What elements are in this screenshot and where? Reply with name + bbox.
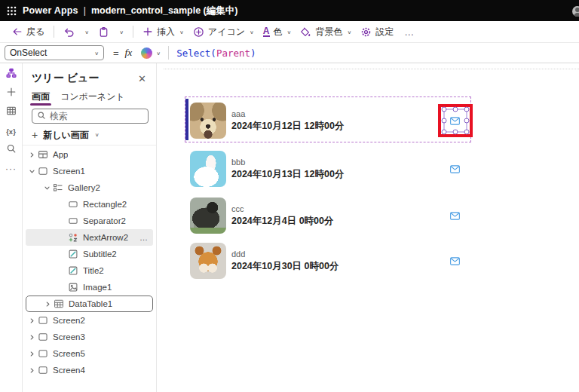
tree-item-label: Title2 — [83, 266, 104, 275]
item-title: aaa — [231, 109, 344, 118]
more-rail-button[interactable]: ··· — [2, 161, 20, 177]
color-menu-button[interactable]: A 色 ∨ — [259, 23, 296, 41]
tree-item-label: Screen5 — [53, 349, 85, 358]
item-text: aaa 2024年10月12日 12時00分 — [231, 109, 344, 133]
waffle-menu-icon[interactable] — [0, 0, 23, 21]
tree-item-app[interactable]: App — [26, 146, 153, 163]
mail-icon-button[interactable] — [450, 117, 460, 125]
tree-item-gallery2[interactable]: Gallery2 — [26, 179, 153, 196]
gallery-item-aaa[interactable]: aaa 2024年10月12日 12時00分 — [190, 103, 464, 139]
gallery-item-ddd[interactable]: ddd 2024年10月30日 0時00分 — [190, 243, 464, 279]
mail-icon-button[interactable] — [450, 257, 460, 265]
panel-divider — [23, 145, 156, 145]
tree-item-screen2[interactable]: Screen2 — [26, 312, 153, 329]
property-dropdown[interactable]: OnSelect ∨ — [5, 45, 104, 60]
tree-item-screen5[interactable]: Screen5 — [26, 345, 153, 362]
variables-rail-button[interactable]: {x} — [2, 123, 20, 139]
resize-handle[interactable] — [464, 107, 469, 112]
more-options-icon[interactable]: … — [139, 233, 149, 242]
resize-handle[interactable] — [464, 130, 469, 135]
tree-item-nextarrow2[interactable]: NextArrow2 … — [26, 229, 153, 246]
plus-icon — [142, 26, 153, 37]
resize-handle[interactable] — [464, 118, 469, 124]
selection-handles[interactable] — [443, 109, 467, 133]
account-avatar[interactable] — [572, 6, 579, 17]
paste-split-chevron[interactable]: ∨ — [114, 26, 128, 38]
resize-handle[interactable] — [441, 130, 446, 135]
tree-item-screen3[interactable]: Screen3 — [26, 329, 153, 345]
paste-button[interactable] — [93, 24, 114, 40]
tree-search-box[interactable] — [32, 109, 149, 124]
undo-icon — [63, 26, 75, 38]
resize-handle[interactable] — [452, 130, 458, 135]
tree-item-screen4[interactable]: Screen4 — [26, 362, 153, 378]
tab-components[interactable]: コンポーネント — [60, 90, 125, 106]
mail-icon-button[interactable] — [450, 212, 460, 220]
icon-menu-button[interactable]: アイコン ∨ — [188, 23, 259, 41]
settings-button[interactable]: 設定 — [356, 23, 398, 41]
tree-item-image1[interactable]: Image1 — [26, 279, 153, 296]
formula-input[interactable]: Select(Parent) — [176, 47, 256, 59]
insert-menu-button[interactable]: 挿入 ∨ — [138, 23, 188, 41]
close-icon[interactable]: ✕ — [136, 73, 149, 84]
tree-view-header: ツリー ビュー ✕ — [32, 72, 149, 85]
panel-title: ツリー ビュー — [32, 72, 99, 85]
insert-label: 挿入 — [157, 26, 175, 38]
control-type-icon — [37, 348, 49, 360]
tree-item-rectangle2[interactable]: Rectangle2 — [26, 196, 153, 213]
tree-item-screen1[interactable]: Screen1 — [26, 163, 153, 179]
search-icon — [37, 109, 46, 123]
mail-icon-button[interactable] — [450, 165, 460, 173]
tree-item-separator2[interactable]: Separator2 — [26, 213, 153, 229]
control-type-icon — [67, 281, 79, 293]
insert-icon — [6, 87, 17, 100]
back-label: 戻る — [26, 26, 44, 38]
control-type-icon — [67, 231, 79, 243]
copilot-button[interactable]: ∨ — [141, 47, 161, 59]
resize-handle[interactable] — [452, 107, 458, 112]
canvas-guide-line — [164, 69, 579, 69]
tree-item-label: Screen2 — [53, 316, 85, 325]
chevron-icon[interactable] — [27, 367, 37, 374]
undo-split-chevron[interactable]: ∨ — [79, 26, 93, 38]
gallery-control[interactable]: aaa 2024年10月12日 12時00分 bbb 2024年10月13日 1… — [185, 96, 471, 323]
gallery-item-ccc[interactable]: ccc 2024年12月4日 0時00分 — [190, 198, 464, 234]
item-subtitle: 2024年10月12日 12時00分 — [231, 120, 344, 133]
back-button[interactable]: 戻る — [8, 23, 49, 41]
tree-view-rail-button[interactable] — [2, 66, 20, 83]
chevron-icon[interactable] — [27, 317, 37, 324]
data-rail-button[interactable] — [2, 104, 20, 121]
new-screen-button[interactable]: + 新しい画面 ∨ — [32, 127, 149, 143]
tree-item-label: Screen3 — [53, 332, 85, 341]
chevron-icon[interactable] — [27, 351, 37, 357]
tab-screens[interactable]: 画面 — [32, 90, 50, 106]
tree-item-subtitle2[interactable]: Subtitle2 — [26, 246, 153, 262]
item-subtitle: 2024年10月30日 0時00分 — [231, 260, 339, 273]
item-text: ddd 2024年10月30日 0時00分 — [231, 250, 339, 273]
control-type-icon — [37, 314, 49, 326]
insert-rail-button[interactable] — [2, 85, 20, 102]
resize-handle[interactable] — [441, 118, 446, 124]
tree-item-title2[interactable]: Title2 — [26, 262, 153, 279]
tree-item-datatable1[interactable]: DataTable1 — [26, 296, 153, 312]
search-rail-button[interactable] — [2, 142, 20, 158]
chevron-icon[interactable] — [42, 185, 52, 191]
resize-handle[interactable] — [441, 107, 446, 112]
new-screen-label: 新しい画面 — [43, 129, 89, 142]
toolbar-divider — [133, 26, 133, 38]
search-input[interactable] — [50, 111, 143, 121]
chevron-icon[interactable] — [27, 152, 37, 158]
background-color-menu-button[interactable]: 背景色 ∨ — [296, 23, 356, 41]
toolbar-overflow-button[interactable]: … — [398, 26, 421, 38]
chevron-icon[interactable] — [27, 168, 37, 175]
app-canvas[interactable]: aaa 2024年10月12日 12時00分 bbb 2024年10月13日 1… — [158, 63, 579, 392]
product-title[interactable]: Power Apps — [23, 5, 78, 16]
control-type-icon — [37, 331, 49, 343]
chevron-icon[interactable] — [27, 334, 37, 341]
rabbit-photo — [190, 151, 226, 187]
formula-argument: Parent — [216, 47, 250, 59]
gallery-item-bbb[interactable]: bbb 2024年10月13日 12時00分 — [190, 151, 464, 187]
chevron-icon[interactable] — [43, 301, 53, 308]
back-arrow-icon — [12, 26, 23, 37]
undo-button[interactable] — [59, 24, 79, 40]
